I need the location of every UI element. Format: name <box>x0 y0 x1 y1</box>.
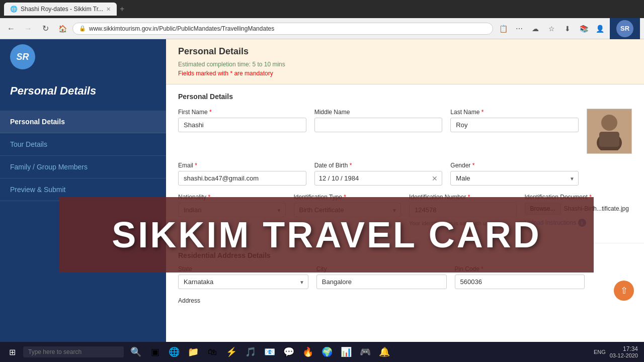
scroll-to-top-button[interactable]: ⇧ <box>614 281 634 301</box>
last-name-input[interactable] <box>450 118 579 132</box>
middle-name-input[interactable] <box>314 118 443 132</box>
svg-rect-2 <box>599 132 619 147</box>
photo-box <box>587 109 632 154</box>
taskbar-app2[interactable]: 🎵 <box>242 343 260 361</box>
dob-input-container[interactable]: ✕ <box>314 171 443 186</box>
browser-tab-active[interactable]: 🌐 Shashi Roy-dates - Sikkim Tr... ✕ <box>4 3 117 16</box>
banner-text: SIKKIM TRAVEL CARD <box>112 214 541 255</box>
first-name-group: First Name * <box>178 109 306 132</box>
mandatory-note: Fields marked with * are mandatory <box>178 70 632 77</box>
section-title-personal: Personal Details <box>178 93 632 101</box>
taskbar-explorer[interactable]: 📁 <box>184 343 202 361</box>
page-layout: SR Personal Details Personal Details Tou… <box>0 39 644 342</box>
library-button[interactable]: 📚 <box>577 22 591 36</box>
middle-name-group: Middle Name <box>314 109 443 132</box>
taskbar-app5[interactable]: 🔥 <box>299 343 317 361</box>
email-dob-gender-row: Email * Date of Birth * ✕ Gender * <box>178 162 632 186</box>
dob-group: Date of Birth * ✕ <box>314 162 443 186</box>
gender-label: Gender * <box>450 162 579 169</box>
address-bar[interactable]: 🔒 www.sikkimtourism.gov.in/Public/Public… <box>72 23 493 35</box>
refresh-button[interactable]: ↻ <box>38 22 52 36</box>
page-header: Personal Details Estimated completion ti… <box>166 39 644 84</box>
logo-icon: SR <box>10 44 35 69</box>
city-input[interactable] <box>316 275 447 289</box>
sidebar-item-tour-details[interactable]: Tour Details <box>0 133 166 156</box>
completion-time: Estimated completion time: 5 to 10 mins <box>178 61 632 68</box>
overlay-banner: SIKKIM TRAVEL CARD <box>59 197 594 273</box>
sidebar-item-personal-details[interactable]: Personal Details <box>0 111 166 133</box>
last-name-label: Last Name * <box>450 109 579 116</box>
first-name-label: First Name * <box>178 109 306 116</box>
tab-title: Shashi Roy-dates - Sikkim Tr... <box>21 6 103 13</box>
sidebar-item-label: Tour Details <box>10 140 47 148</box>
taskbar-app1[interactable]: ⚡ <box>222 343 240 361</box>
taskbar-app9[interactable]: 🔔 <box>375 343 393 361</box>
mandatory-prefix: Fields marked with <box>178 70 230 77</box>
bookmark-button[interactable]: ☆ <box>544 22 558 36</box>
taskbar-app4[interactable]: 💬 <box>280 343 298 361</box>
taskbar-date-value: 03-12-2020 <box>610 352 638 358</box>
taskbar-app6[interactable]: 🌍 <box>318 343 336 361</box>
tab-close-button[interactable]: ✕ <box>106 6 111 13</box>
pin-code-input[interactable] <box>455 275 585 289</box>
sidebar-item-label: Preview & Submit <box>10 186 65 194</box>
mandatory-star: * <box>230 70 232 77</box>
taskbar-search-input[interactable] <box>23 346 124 357</box>
start-button[interactable]: ⊞ <box>2 343 22 361</box>
name-row: First Name * Middle Name Last Name * <box>178 109 632 154</box>
date-clear-button[interactable]: ✕ <box>432 174 438 183</box>
state-select-wrapper: Karnataka Tamil Nadu Maharashtra Delhi W… <box>178 275 308 289</box>
forward-button[interactable]: → <box>21 22 35 36</box>
first-name-input[interactable] <box>178 118 306 132</box>
sync-button[interactable]: 👤 <box>593 22 607 36</box>
sidebar-title: Personal Details <box>0 74 166 106</box>
gender-select[interactable]: Male Female Other <box>450 171 579 186</box>
svg-point-0 <box>601 115 617 131</box>
email-input[interactable] <box>178 171 306 186</box>
sidebar: SR Personal Details Personal Details Tou… <box>0 39 166 342</box>
gender-select-wrapper: Male Female Other ▼ <box>450 171 579 186</box>
back-button[interactable]: ← <box>4 22 18 36</box>
photo-placeholder <box>587 109 631 153</box>
reader-view-button[interactable]: 📋 <box>496 22 510 36</box>
sidebar-item-label: Personal Details <box>10 118 65 126</box>
taskbar-app3[interactable]: 📧 <box>261 343 279 361</box>
email-label: Email * <box>178 162 306 169</box>
browser-titlebar: 🌐 Shashi Roy-dates - Sikkim Tr... ✕ + <box>0 0 644 18</box>
home-button[interactable]: 🏠 <box>55 22 69 36</box>
page-title: Personal Details <box>178 46 632 57</box>
middle-name-label: Middle Name <box>314 109 443 116</box>
address-field-row: Address <box>178 297 632 304</box>
taskbar-right: ENG 17:34 03-12-2020 <box>594 345 642 358</box>
address-label: Address <box>178 297 632 304</box>
new-tab-button[interactable]: + <box>120 5 124 14</box>
mandatory-suffix: are mandatory <box>234 70 273 77</box>
user-avatar: SR <box>616 20 633 37</box>
taskbar-app8[interactable]: 🎮 <box>356 343 374 361</box>
sidebar-logo: SR <box>0 39 166 74</box>
more-options-button[interactable]: ⋯ <box>512 22 526 36</box>
dob-label: Date of Birth * <box>314 162 443 169</box>
dob-input[interactable] <box>319 171 432 185</box>
taskbar-language: ENG <box>594 349 606 355</box>
taskbar: ⊞ 🔍 ▣ 🌐 📁 🛍 ⚡ 🎵 📧 💬 🔥 🌍 📊 🎮 🔔 ENG 17:34 … <box>0 342 644 362</box>
main-content: Personal Details Estimated completion ti… <box>166 39 644 342</box>
pocket-button[interactable]: ☁ <box>528 22 542 36</box>
address-label-group: Address <box>178 297 632 304</box>
sidebar-nav: Personal Details Tour Details Family / G… <box>0 111 166 201</box>
browser-toolbar: ← → ↻ 🏠 🔒 www.sikkimtourism.gov.in/Publi… <box>0 18 644 39</box>
taskbar-edge[interactable]: 🌐 <box>165 343 183 361</box>
taskbar-task-view[interactable]: ▣ <box>146 343 164 361</box>
taskbar-store[interactable]: 🛍 <box>203 343 221 361</box>
taskbar-app7[interactable]: 📊 <box>337 343 355 361</box>
toolbar-actions: 📋 ⋯ ☁ ☆ ⬇ 📚 👤 <box>496 22 607 36</box>
person-icon <box>594 113 624 150</box>
state-select[interactable]: Karnataka Tamil Nadu Maharashtra Delhi W… <box>178 275 308 289</box>
taskbar-clock: 17:34 03-12-2020 <box>610 345 638 358</box>
user-avatar-corner: SR <box>610 18 640 39</box>
download-button[interactable]: ⬇ <box>560 22 575 36</box>
url-text: www.sikkimtourism.gov.in/Public/PublicMa… <box>89 25 487 32</box>
taskbar-cortana[interactable]: 🔍 <box>127 343 145 361</box>
sidebar-item-family-group[interactable]: Family / Group Members <box>0 156 166 178</box>
gender-group: Gender * Male Female Other ▼ <box>450 162 579 186</box>
